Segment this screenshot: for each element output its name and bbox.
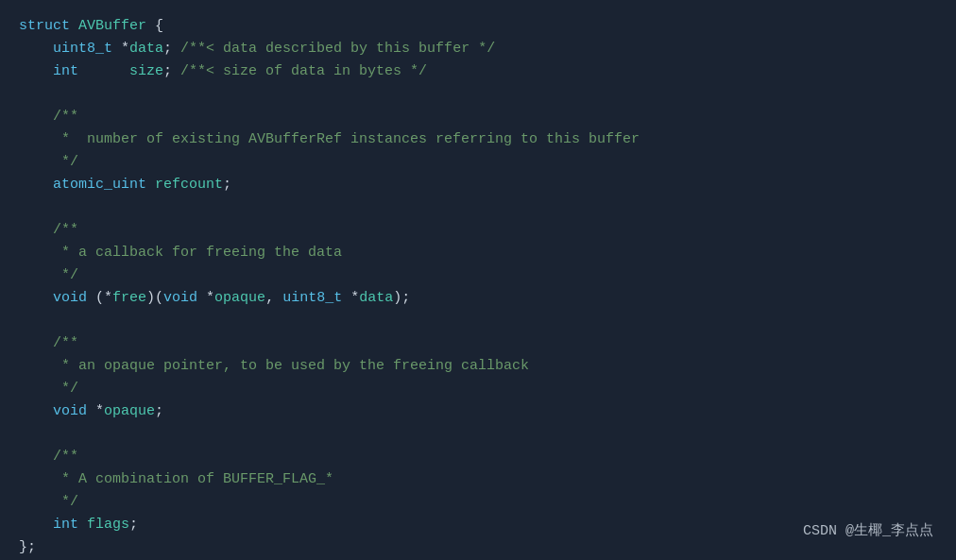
code-line-2: uint8_t *data; /**< data described by th… [19,38,937,60]
code-line-19 [19,423,937,446]
code-line-17: */ [19,378,937,400]
code-line-14 [19,310,937,332]
code-line-4 [19,83,937,106]
code-line-5: /** [19,106,937,128]
code-line-12: */ [19,264,937,287]
code-line-20: /** [19,446,937,468]
code-line-18: void *opaque; [19,400,937,423]
code-line-10: /** [19,219,937,242]
code-line-13: void (*free)(void *opaque, uint8_t *data… [19,287,937,310]
code-line-9 [19,196,937,219]
code-block: struct AVBuffer { uint8_t *data; /**< da… [0,0,956,560]
code-line-16: * an opaque pointer, to be used by the f… [19,355,937,378]
code-line-8: atomic_uint refcount; [19,174,937,196]
code-line-22: */ [19,491,937,514]
code-line-23: int flags; [19,514,937,536]
code-line-21: * A combination of BUFFER_FLAG_* [19,468,937,491]
code-line-15: /** [19,332,937,355]
watermark: CSDN @生椰_李点点 [803,520,933,543]
code-line-1: struct AVBuffer { [19,15,937,38]
code-line-3: int size; /**< size of data in bytes */ [19,60,937,83]
code-line-7: */ [19,151,937,174]
code-line-11: * a callback for freeing the data [19,242,937,264]
code-line-24: }; [19,536,937,559]
code-line-6: * number of existing AVBufferRef instanc… [19,128,937,151]
